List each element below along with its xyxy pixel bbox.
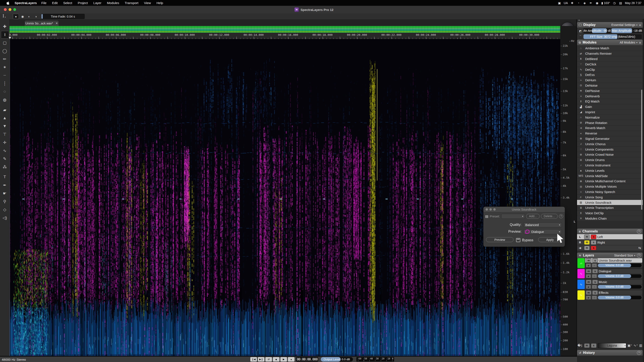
lasso-selection-tool[interactable]: ◯ bbox=[1, 47, 8, 54]
layer-volume-bar[interactable]: Volume: 0.0 dB bbox=[598, 274, 642, 278]
preview-button[interactable]: Preview bbox=[486, 237, 514, 242]
layer-solo-button[interactable]: s bbox=[592, 258, 598, 263]
module-item-channels-remixer[interactable]: ⇄Channels Remixer bbox=[577, 51, 643, 56]
stop-button[interactable]: ■ bbox=[273, 357, 280, 362]
channel-solo-button[interactable]: s bbox=[591, 246, 596, 250]
frequency-selection-tool[interactable]: ┈ bbox=[1, 72, 8, 79]
channel-solo-button[interactable]: s bbox=[591, 235, 596, 239]
phase-invert-button[interactable]: ø bbox=[586, 263, 591, 267]
layers-solo-button[interactable]: s bbox=[591, 343, 596, 348]
layer-mute-button[interactable]: m bbox=[586, 258, 592, 263]
module-item-unmix-instrument[interactable]: ♪Unmix Instrument bbox=[577, 163, 643, 168]
module-item-unmix-soundtrack[interactable]: ▤Unmix Soundtrack bbox=[577, 200, 643, 205]
layer-row-effects[interactable]: ∿msEffectsø∩Volume: 0.0 dB bbox=[578, 290, 642, 300]
area-selection-tool[interactable]: ◍ bbox=[1, 96, 8, 103]
module-item-denoise[interactable]: ⊙DeNoise bbox=[577, 83, 643, 88]
window-title-bar[interactable]: ≋ SpectraLayers Pro 12 bbox=[0, 6, 644, 13]
display-preset-dropdown[interactable]: Essential Settings▾ bbox=[611, 23, 637, 26]
frequency-unit-label[interactable]: ▾Hz bbox=[569, 39, 574, 42]
bypass-checkbox-icon[interactable] bbox=[516, 238, 520, 242]
menu-item-project[interactable]: Project bbox=[75, 1, 90, 5]
module-item-eq-match[interactable]: ‖EQ Match bbox=[577, 99, 643, 104]
channel-mute-button[interactable]: m bbox=[584, 240, 590, 245]
display-panel-header[interactable]: 🖵 Display Essential Settings▾ ≡ bbox=[577, 22, 643, 28]
layer-mute-button[interactable]: m bbox=[586, 269, 592, 273]
dropbox-icon[interactable]: ❖ bbox=[570, 1, 574, 5]
tab-close-icon[interactable]: ✕ bbox=[56, 22, 58, 25]
channel-row-left[interactable]: LmsLeft bbox=[577, 234, 643, 239]
min-amplitude-field[interactable]: Min Amplitude: -90 dB bbox=[584, 28, 610, 33]
menu-item-select[interactable]: Select bbox=[60, 1, 75, 5]
transient-selection-tool[interactable]: ◌ bbox=[1, 88, 8, 95]
clock-icon[interactable]: ◷ bbox=[612, 1, 616, 5]
module-item-dehum[interactable]: ≈DeHum bbox=[577, 78, 643, 83]
module-item-deess[interactable]: §DeEss bbox=[577, 72, 643, 78]
layer-stack-icon[interactable]: �): bbox=[578, 344, 583, 348]
channel-row-right[interactable]: RmsRight bbox=[577, 240, 643, 245]
menu-app-name[interactable]: SpectraLayers bbox=[14, 1, 37, 5]
layer-solo-button[interactable]: s bbox=[592, 269, 598, 273]
selection-mode-add[interactable]: ◉ bbox=[20, 14, 26, 19]
layer-row-unmix-soundtrack-wav[interactable]: ▱msUnmix Soundtrack.wavø∩Volume: 0.0 dB bbox=[578, 258, 642, 268]
module-item-dereverb[interactable]: ◖DeReverb bbox=[577, 93, 643, 99]
channels-help-icon[interactable]: ? bbox=[637, 230, 641, 234]
module-item-ambience-match[interactable]: ∴Ambience Match bbox=[577, 46, 643, 51]
clone-stamp-tool[interactable]: ⊤ bbox=[1, 131, 8, 138]
layers-panel-header[interactable]: ≋ Layers Standard Size▾ ? bbox=[577, 253, 643, 258]
layer-color-thumbnail[interactable]: ∿ bbox=[578, 269, 585, 278]
layers-help-icon[interactable]: ? bbox=[637, 254, 641, 258]
selection-mode-new[interactable]: ● bbox=[13, 14, 19, 19]
pan-button[interactable]: ∩ bbox=[592, 296, 597, 300]
phase-invert-button[interactable]: ø bbox=[586, 285, 591, 289]
close-window-button[interactable] bbox=[4, 8, 7, 11]
dialog-minimize-icon[interactable] bbox=[490, 208, 492, 211]
module-item-unmix-crowd-noise[interactable]: ⊚Unmix Crowd Noise bbox=[577, 152, 643, 157]
time-selection-tool[interactable]: I bbox=[1, 31, 9, 39]
channel-link-icon[interactable]: ⇆ bbox=[638, 246, 641, 250]
phase-invert-button[interactable]: ø bbox=[586, 296, 591, 300]
menu-item-view[interactable]: View bbox=[141, 1, 154, 5]
time-ruler[interactable]: 00.00000:00:02.00000:00:04.00000:00:06.0… bbox=[10, 32, 560, 39]
module-item-unmix-components[interactable]: ∷Unmix Components bbox=[577, 147, 643, 152]
frequency-ruler[interactable]: ▾Hz L 22k20k17k15k13k11k10k9k8k7k6k5k4.5… bbox=[560, 26, 576, 357]
module-item-unmix-mid-side[interactable]: M/SUnmix Mid/Side bbox=[577, 173, 643, 179]
fft-icon[interactable]: ⌒ bbox=[578, 34, 583, 39]
display-3d-tool[interactable]: ◇ bbox=[1, 206, 8, 213]
amplitude-range-icon[interactable]: ◩ bbox=[578, 28, 583, 33]
pencil-tool[interactable]: ✎ bbox=[1, 155, 8, 162]
channel-solo-button[interactable]: s bbox=[591, 240, 596, 245]
go-to-start-button[interactable]: ❙◀ bbox=[250, 357, 257, 362]
module-item-signal-generator[interactable]: ⊛Signal Generator bbox=[577, 136, 643, 142]
layer-row-dialogue[interactable]: ∿msDialogueø∩Volume: 0.0 dB bbox=[578, 269, 642, 278]
new-group-icon[interactable]: ▣⁺ bbox=[628, 344, 632, 348]
max-amplitude-field[interactable]: Max Amplitude: -18 dB bbox=[611, 28, 643, 33]
module-item-unmix-drums[interactable]: ⊜Unmix Drums bbox=[577, 157, 643, 163]
module-item-modules-chain[interactable]: ≡Modules Chain bbox=[577, 216, 643, 221]
display-menu-icon[interactable]: ≡ bbox=[639, 23, 641, 27]
ink-pen-icon[interactable]: ✒ bbox=[589, 1, 593, 5]
layer-name-row[interactable]: msEffects bbox=[585, 290, 642, 295]
group-color-thumbnail[interactable]: ▱ bbox=[578, 258, 585, 268]
amplify-tool[interactable]: ▲ bbox=[1, 114, 8, 122]
eraser-tool[interactable]: ▰ bbox=[1, 106, 8, 113]
hand-tool[interactable]: ☛ bbox=[1, 190, 8, 197]
module-item-gain[interactable]: ▟Gain bbox=[577, 104, 643, 110]
module-item-unmix-chorus[interactable]: ♫Unmix Chorus bbox=[577, 141, 643, 147]
apple-menu-icon[interactable] bbox=[6, 1, 10, 5]
account-icon[interactable]: ◉ bbox=[595, 1, 599, 5]
layer-mute-button[interactable]: m bbox=[586, 290, 592, 295]
module-item-reverse[interactable]: «Reverse bbox=[577, 131, 643, 136]
modules-menu-icon[interactable]: ≡ bbox=[639, 41, 641, 44]
preset-dropdown[interactable]: ▾ bbox=[501, 214, 525, 219]
gauge-icon[interactable]: ◔ bbox=[576, 1, 580, 5]
current-tool-indicator[interactable]: I▾ bbox=[2, 14, 6, 18]
menu-item-layer[interactable]: Layer bbox=[90, 1, 104, 5]
delete-layer-icon[interactable]: ▥ bbox=[639, 344, 642, 348]
loop-button[interactable]: ⇄ bbox=[265, 357, 272, 362]
module-item-debleed[interactable]: ⋔DeBleed bbox=[577, 56, 643, 62]
phase-invert-button[interactable]: ø bbox=[586, 274, 591, 278]
layer-color-thumbnail[interactable]: ∿ bbox=[578, 280, 585, 289]
bypass-toggle[interactable]: Bypass bbox=[516, 238, 533, 242]
layer-volume-bar[interactable]: Volume: 0.0 dB bbox=[598, 285, 642, 289]
time-fade-field[interactable]: Time Fade: 0.04 s bbox=[41, 14, 84, 19]
